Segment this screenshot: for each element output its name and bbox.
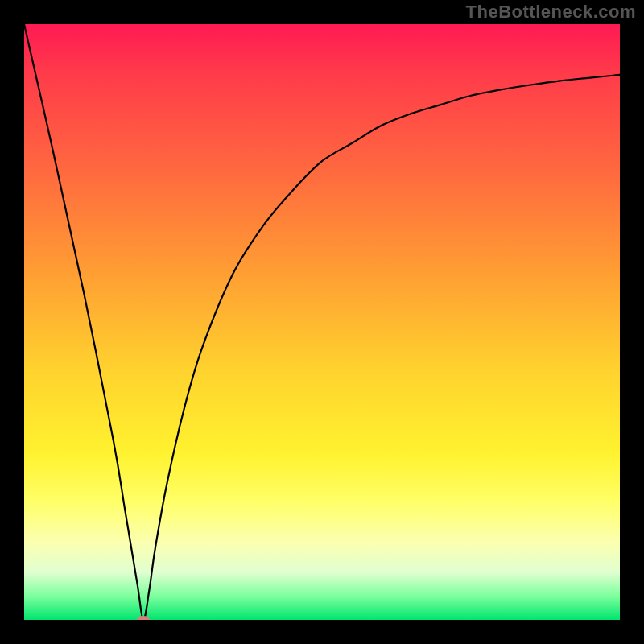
watermark-text: TheBottleneck.com — [466, 2, 636, 23]
min-point-marker — [137, 616, 150, 620]
plot-area — [24, 24, 620, 620]
bottleneck-curve — [24, 24, 620, 620]
chart-container: TheBottleneck.com — [0, 0, 644, 644]
curve-svg — [24, 24, 620, 620]
